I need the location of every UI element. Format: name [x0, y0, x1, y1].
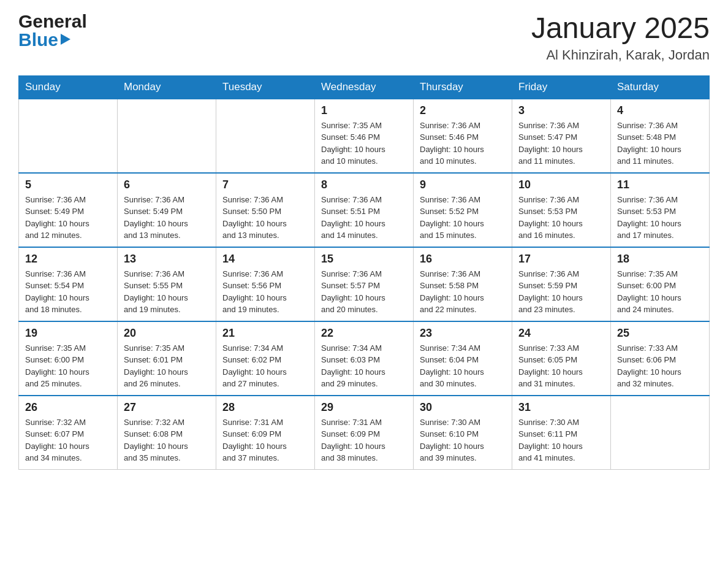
day-number: 31	[518, 401, 604, 414]
logo: General Blue	[18, 12, 87, 49]
day-number: 17	[518, 253, 604, 266]
column-header-friday: Friday	[512, 75, 611, 99]
day-number: 29	[321, 401, 407, 414]
day-number: 22	[321, 327, 407, 340]
title-block: January 2025 Al Khinzirah, Karak, Jordan	[531, 12, 710, 63]
week-row-4: 19Sunrise: 7:35 AM Sunset: 6:00 PM Dayli…	[19, 321, 710, 396]
calendar-cell: 14Sunrise: 7:36 AM Sunset: 5:56 PM Dayli…	[216, 247, 315, 321]
day-number: 28	[222, 401, 308, 414]
calendar-subtitle: Al Khinzirah, Karak, Jordan	[531, 47, 710, 63]
day-number: 14	[222, 253, 308, 266]
column-header-thursday: Thursday	[414, 75, 512, 99]
day-number: 26	[25, 401, 111, 414]
day-number: 20	[124, 327, 210, 340]
day-info: Sunrise: 7:34 AM Sunset: 6:02 PM Dayligh…	[222, 342, 308, 390]
day-number: 23	[420, 327, 506, 340]
day-info: Sunrise: 7:36 AM Sunset: 5:59 PM Dayligh…	[518, 268, 604, 316]
day-number: 2	[420, 104, 506, 117]
column-header-tuesday: Tuesday	[216, 75, 315, 99]
day-info: Sunrise: 7:36 AM Sunset: 5:53 PM Dayligh…	[617, 194, 703, 242]
calendar-cell: 5Sunrise: 7:36 AM Sunset: 5:49 PM Daylig…	[19, 173, 118, 247]
calendar-cell: 2Sunrise: 7:36 AM Sunset: 5:46 PM Daylig…	[414, 99, 512, 173]
calendar-cell: 23Sunrise: 7:34 AM Sunset: 6:04 PM Dayli…	[414, 321, 512, 396]
day-info: Sunrise: 7:36 AM Sunset: 5:49 PM Dayligh…	[25, 194, 111, 242]
day-info: Sunrise: 7:33 AM Sunset: 6:05 PM Dayligh…	[518, 342, 604, 390]
calendar-cell: 16Sunrise: 7:36 AM Sunset: 5:58 PM Dayli…	[414, 247, 512, 321]
calendar-header-row: SundayMondayTuesdayWednesdayThursdayFrid…	[19, 75, 710, 99]
day-number: 18	[617, 253, 703, 266]
calendar-cell: 7Sunrise: 7:36 AM Sunset: 5:50 PM Daylig…	[216, 173, 315, 247]
day-info: Sunrise: 7:36 AM Sunset: 5:47 PM Dayligh…	[518, 120, 604, 167]
calendar-cell: 28Sunrise: 7:31 AM Sunset: 6:09 PM Dayli…	[216, 396, 315, 470]
day-info: Sunrise: 7:31 AM Sunset: 6:09 PM Dayligh…	[321, 416, 407, 464]
week-row-1: 1Sunrise: 7:35 AM Sunset: 5:46 PM Daylig…	[19, 99, 710, 173]
calendar-cell: 29Sunrise: 7:31 AM Sunset: 6:09 PM Dayli…	[315, 396, 414, 470]
day-info: Sunrise: 7:36 AM Sunset: 5:57 PM Dayligh…	[321, 268, 407, 316]
day-info: Sunrise: 7:32 AM Sunset: 6:08 PM Dayligh…	[124, 416, 210, 464]
calendar-cell: 11Sunrise: 7:36 AM Sunset: 5:53 PM Dayli…	[611, 173, 710, 247]
day-info: Sunrise: 7:35 AM Sunset: 5:46 PM Dayligh…	[321, 120, 407, 167]
day-info: Sunrise: 7:35 AM Sunset: 6:00 PM Dayligh…	[617, 268, 703, 316]
calendar-table: SundayMondayTuesdayWednesdayThursdayFrid…	[18, 75, 710, 470]
calendar-cell: 30Sunrise: 7:30 AM Sunset: 6:10 PM Dayli…	[414, 396, 512, 470]
day-number: 30	[420, 401, 506, 414]
calendar-cell: 3Sunrise: 7:36 AM Sunset: 5:47 PM Daylig…	[512, 99, 611, 173]
calendar-cell: 27Sunrise: 7:32 AM Sunset: 6:08 PM Dayli…	[118, 396, 216, 470]
day-number: 9	[420, 178, 506, 191]
day-number: 6	[124, 178, 210, 191]
calendar-cell: 12Sunrise: 7:36 AM Sunset: 5:54 PM Dayli…	[19, 247, 118, 321]
day-number: 15	[321, 253, 407, 266]
week-row-2: 5Sunrise: 7:36 AM Sunset: 5:49 PM Daylig…	[19, 173, 710, 247]
calendar-cell	[118, 99, 216, 173]
day-number: 24	[518, 327, 604, 340]
day-info: Sunrise: 7:30 AM Sunset: 6:10 PM Dayligh…	[420, 416, 506, 464]
calendar-cell	[19, 99, 118, 173]
calendar-cell: 10Sunrise: 7:36 AM Sunset: 5:53 PM Dayli…	[512, 173, 611, 247]
calendar-cell: 4Sunrise: 7:36 AM Sunset: 5:48 PM Daylig…	[611, 99, 710, 173]
day-info: Sunrise: 7:36 AM Sunset: 5:54 PM Dayligh…	[25, 268, 111, 316]
day-info: Sunrise: 7:36 AM Sunset: 5:56 PM Dayligh…	[222, 268, 308, 316]
day-info: Sunrise: 7:33 AM Sunset: 6:06 PM Dayligh…	[617, 342, 703, 390]
day-number: 16	[420, 253, 506, 266]
calendar-cell: 15Sunrise: 7:36 AM Sunset: 5:57 PM Dayli…	[315, 247, 414, 321]
day-info: Sunrise: 7:36 AM Sunset: 5:50 PM Dayligh…	[222, 194, 308, 242]
calendar-cell: 21Sunrise: 7:34 AM Sunset: 6:02 PM Dayli…	[216, 321, 315, 396]
logo-blue-text: Blue	[18, 31, 58, 49]
day-info: Sunrise: 7:30 AM Sunset: 6:11 PM Dayligh…	[518, 416, 604, 464]
day-number: 13	[124, 253, 210, 266]
day-number: 4	[617, 104, 703, 117]
day-info: Sunrise: 7:36 AM Sunset: 5:48 PM Dayligh…	[617, 120, 703, 167]
calendar-cell: 20Sunrise: 7:35 AM Sunset: 6:01 PM Dayli…	[118, 321, 216, 396]
day-number: 8	[321, 178, 407, 191]
day-number: 12	[25, 253, 111, 266]
column-header-sunday: Sunday	[19, 75, 118, 99]
calendar-cell: 26Sunrise: 7:32 AM Sunset: 6:07 PM Dayli…	[19, 396, 118, 470]
calendar-cell	[216, 99, 315, 173]
day-number: 25	[617, 327, 703, 340]
day-info: Sunrise: 7:36 AM Sunset: 5:58 PM Dayligh…	[420, 268, 506, 316]
column-header-wednesday: Wednesday	[315, 75, 414, 99]
calendar-cell: 1Sunrise: 7:35 AM Sunset: 5:46 PM Daylig…	[315, 99, 414, 173]
day-number: 19	[25, 327, 111, 340]
week-row-3: 12Sunrise: 7:36 AM Sunset: 5:54 PM Dayli…	[19, 247, 710, 321]
calendar-cell: 22Sunrise: 7:34 AM Sunset: 6:03 PM Dayli…	[315, 321, 414, 396]
day-info: Sunrise: 7:36 AM Sunset: 5:46 PM Dayligh…	[420, 120, 506, 167]
calendar-cell: 31Sunrise: 7:30 AM Sunset: 6:11 PM Dayli…	[512, 396, 611, 470]
calendar-cell: 13Sunrise: 7:36 AM Sunset: 5:55 PM Dayli…	[118, 247, 216, 321]
day-number: 11	[617, 178, 703, 191]
calendar-cell: 9Sunrise: 7:36 AM Sunset: 5:52 PM Daylig…	[414, 173, 512, 247]
day-info: Sunrise: 7:36 AM Sunset: 5:51 PM Dayligh…	[321, 194, 407, 242]
calendar-cell: 19Sunrise: 7:35 AM Sunset: 6:00 PM Dayli…	[19, 321, 118, 396]
week-row-5: 26Sunrise: 7:32 AM Sunset: 6:07 PM Dayli…	[19, 396, 710, 470]
day-number: 1	[321, 104, 407, 117]
day-number: 5	[25, 178, 111, 191]
calendar-cell: 6Sunrise: 7:36 AM Sunset: 5:49 PM Daylig…	[118, 173, 216, 247]
calendar-cell: 18Sunrise: 7:35 AM Sunset: 6:00 PM Dayli…	[611, 247, 710, 321]
day-number: 27	[124, 401, 210, 414]
page-header: General Blue January 2025 Al Khinzirah, …	[18, 12, 710, 63]
calendar-cell: 8Sunrise: 7:36 AM Sunset: 5:51 PM Daylig…	[315, 173, 414, 247]
day-info: Sunrise: 7:35 AM Sunset: 6:01 PM Dayligh…	[124, 342, 210, 390]
day-info: Sunrise: 7:36 AM Sunset: 5:52 PM Dayligh…	[420, 194, 506, 242]
logo-general-text: General	[18, 12, 87, 31]
calendar-cell: 17Sunrise: 7:36 AM Sunset: 5:59 PM Dayli…	[512, 247, 611, 321]
